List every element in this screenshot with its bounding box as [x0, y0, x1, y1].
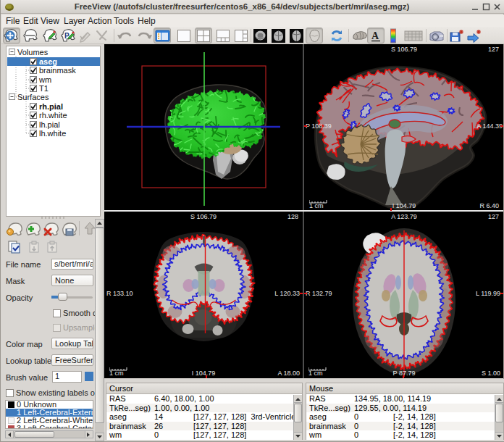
svg-text:A: A [371, 30, 379, 41]
